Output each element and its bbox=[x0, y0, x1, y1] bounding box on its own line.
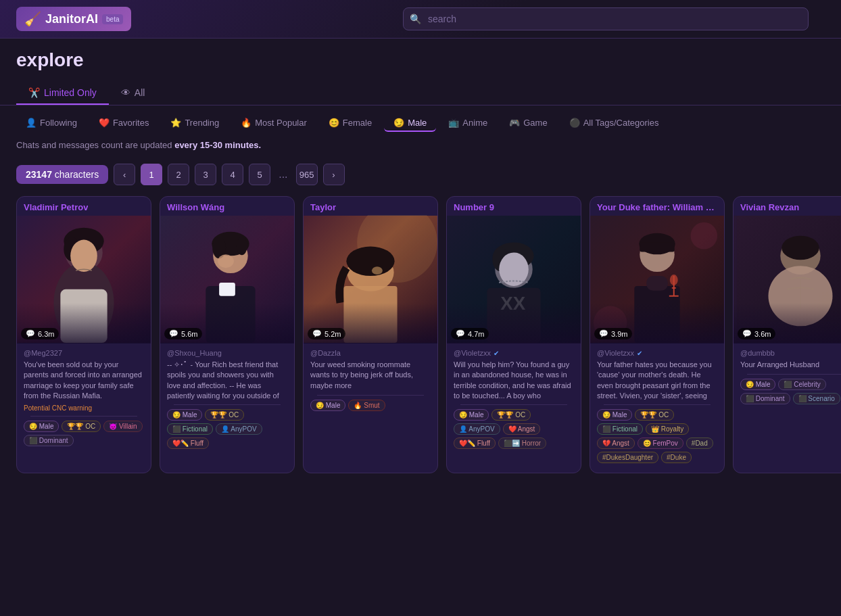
svg-point-39 bbox=[782, 236, 819, 260]
tag-fluff[interactable]: ❤️✏️ Fluff bbox=[454, 437, 496, 449]
card-desc: Your Arranged Husband bbox=[740, 360, 841, 370]
card-name: Taylor bbox=[310, 202, 336, 212]
card-desc: You've been sold out by your parents and… bbox=[24, 360, 144, 400]
logo[interactable]: 🧹 JanitorAI beta bbox=[16, 7, 131, 31]
tag-oc[interactable]: 🏆🏆 OC bbox=[635, 409, 674, 421]
card-duke-william[interactable]: Your Duke father: William Van bbox=[590, 196, 725, 473]
tag-oc[interactable]: 🏆🏆 OC bbox=[205, 409, 244, 421]
page-1-button[interactable]: 1 bbox=[141, 164, 162, 185]
card-warning: Potential CNC warning bbox=[24, 404, 144, 412]
filter-tabs: ✂️ Limited Only 👁 All bbox=[0, 71, 841, 105]
page-5-button[interactable]: 5 bbox=[249, 164, 270, 185]
cat-tab-game[interactable]: 🎮 Game bbox=[500, 114, 556, 132]
tag-smut[interactable]: 🔥 Smut bbox=[348, 400, 385, 411]
cat-tab-trending[interactable]: ⭐ Trending bbox=[161, 114, 229, 132]
card-vivian-revzan[interactable]: Vivian Revzan bbox=[733, 196, 841, 473]
cat-tab-male[interactable]: 😏 Male bbox=[384, 114, 436, 132]
tag-anypov[interactable]: 👤 AnyPOV bbox=[454, 423, 500, 435]
search-icon: 🔍 bbox=[410, 14, 421, 24]
page-ellipsis: ... bbox=[276, 168, 290, 181]
tag-dominant[interactable]: ⬛ Dominant bbox=[24, 435, 74, 446]
tag-male[interactable]: 😏 Male bbox=[454, 409, 489, 421]
tag-dad[interactable]: #Dad bbox=[686, 437, 713, 449]
tag-male[interactable]: 😏 Male bbox=[24, 421, 59, 432]
card-author: @Violetzxx ✔ bbox=[454, 349, 574, 357]
card-tags: 😏 Male ⬛ Celebrity ⬛ Dominant ⬛ Scenario bbox=[740, 379, 841, 410]
tag-male[interactable]: 😏 Male bbox=[740, 379, 775, 390]
card-author: @dumbbb bbox=[740, 349, 841, 357]
card-taylor[interactable]: Taylor bbox=[303, 196, 438, 473]
search-bar[interactable]: 🔍 bbox=[403, 7, 809, 30]
tag-angst[interactable]: ❤️ Angst bbox=[503, 423, 541, 435]
card-body: @dumbbb Your Arranged Husband 😏 Male ⬛ C… bbox=[734, 343, 841, 414]
card-body: @Dazzla Your weed smoking roommate wants… bbox=[304, 343, 437, 421]
tag-anypov[interactable]: 👤 AnyPOV bbox=[216, 423, 262, 435]
pagination-row: 23147 characters ‹ 1 2 3 4 5 ... 965 › bbox=[0, 158, 841, 196]
alltags-icon: ⚫ bbox=[569, 118, 580, 128]
card-name: Vivian Revzan bbox=[740, 202, 799, 212]
prev-page-button[interactable]: ‹ bbox=[114, 164, 135, 185]
page-3-button[interactable]: 3 bbox=[195, 164, 216, 185]
eye-icon: 👁 bbox=[121, 87, 130, 98]
card-desc: -- ✧･ﾟ - Your Rich best friend that spoi… bbox=[167, 360, 287, 400]
tag-fempov[interactable]: 😊 FemPov bbox=[638, 437, 683, 449]
svg-point-20 bbox=[372, 266, 383, 275]
search-input[interactable] bbox=[403, 7, 809, 30]
tag-scenario[interactable]: ⬛ Scenario bbox=[793, 393, 840, 404]
tag-horror[interactable]: ⬛➡️ Horror bbox=[498, 437, 546, 449]
filter-tab-all[interactable]: 👁 All bbox=[109, 82, 158, 105]
card-body: @Meg2327 You've been sold out by your pa… bbox=[17, 343, 151, 456]
cat-tab-favorites[interactable]: ❤️ Favorites bbox=[89, 114, 158, 132]
female-icon: 😊 bbox=[329, 118, 339, 128]
card-header: Number 9 bbox=[447, 197, 581, 215]
cat-tab-mostpopular[interactable]: 🔥 Most Popular bbox=[231, 114, 316, 132]
card-author: @Dazzla bbox=[310, 349, 431, 357]
tag-oc[interactable]: 🏆🏆 OC bbox=[62, 421, 101, 432]
cards-grid: Vladimir Petrov bbox=[0, 196, 841, 490]
tag-fluff[interactable]: ❤️✏️ Fluff bbox=[167, 437, 209, 449]
tag-royalty[interactable]: 👑 Royalty bbox=[646, 423, 689, 435]
card-tags: 😏 Male 🏆🏆 OC ⬛ Fictional 👤 AnyPOV ❤️✏️ F… bbox=[167, 409, 287, 454]
card-body: @Shxou_Huang -- ✧･ﾟ - Your Rich best fri… bbox=[160, 343, 294, 458]
card-image-wrap: 💬5.2m bbox=[304, 215, 437, 343]
divider bbox=[317, 395, 424, 396]
card-desc: Will you help him? You found a guy in an… bbox=[454, 360, 574, 400]
cat-tab-anime[interactable]: 📺 Anime bbox=[439, 114, 497, 132]
tag-dukesdaughter[interactable]: #DukesDaughter bbox=[597, 452, 658, 463]
tag-male[interactable]: 😏 Male bbox=[310, 400, 345, 411]
tag-fictional[interactable]: ⬛ Fictional bbox=[597, 423, 643, 435]
tag-villain[interactable]: 😈 Villain bbox=[103, 421, 142, 432]
category-tabs: 👤 Following ❤️ Favorites ⭐ Trending 🔥 Mo… bbox=[0, 105, 841, 132]
chat-count: 💬3.9m bbox=[594, 328, 632, 339]
tag-male[interactable]: 😏 Male bbox=[167, 409, 202, 421]
card-vladimir-petrov[interactable]: Vladimir Petrov bbox=[16, 196, 151, 473]
tag-fictional[interactable]: ⬛ Fictional bbox=[167, 423, 213, 435]
card-image-wrap: 💬3.9m bbox=[590, 215, 724, 343]
filter-tab-limited[interactable]: ✂️ Limited Only bbox=[16, 82, 109, 105]
char-count-badge: 23147 characters bbox=[16, 165, 108, 184]
card-name: Your Duke father: William Van bbox=[597, 202, 717, 212]
tag-angst[interactable]: 💔 Angst bbox=[597, 437, 635, 449]
tag-dominant[interactable]: ⬛ Dominant bbox=[740, 393, 790, 404]
tag-oc[interactable]: 🏆🏆 OC bbox=[491, 409, 531, 421]
card-header: Vivian Revzan bbox=[734, 197, 841, 215]
cat-tab-female[interactable]: 😊 Female bbox=[319, 114, 381, 132]
page-title: explore bbox=[0, 39, 841, 71]
card-image-wrap: 💬3.6m bbox=[734, 215, 841, 343]
tag-male[interactable]: 😏 Male bbox=[597, 409, 632, 421]
page-2-button[interactable]: 2 bbox=[168, 164, 189, 185]
card-desc: Your father hates you because you 'cause… bbox=[597, 360, 717, 400]
tag-celebrity[interactable]: ⬛ Celebrity bbox=[778, 379, 825, 390]
svg-point-12 bbox=[218, 254, 234, 268]
page-4-button[interactable]: 4 bbox=[222, 164, 243, 185]
card-willson-wang[interactable]: Willson Wáng bbox=[160, 196, 295, 473]
page-965-button[interactable]: 965 bbox=[296, 164, 318, 185]
card-number9[interactable]: Number 9 bbox=[446, 196, 581, 473]
next-page-button[interactable]: › bbox=[323, 164, 345, 185]
cat-tab-following[interactable]: 👤 Following bbox=[16, 114, 87, 132]
tag-duke[interactable]: #Duke bbox=[661, 452, 692, 463]
card-header: Taylor bbox=[304, 197, 437, 215]
svg-point-35 bbox=[691, 222, 718, 250]
cat-tab-alltags[interactable]: ⚫ All Tags/Categories bbox=[560, 114, 669, 132]
card-desc: Your weed smoking roommate wants to try … bbox=[310, 360, 431, 391]
